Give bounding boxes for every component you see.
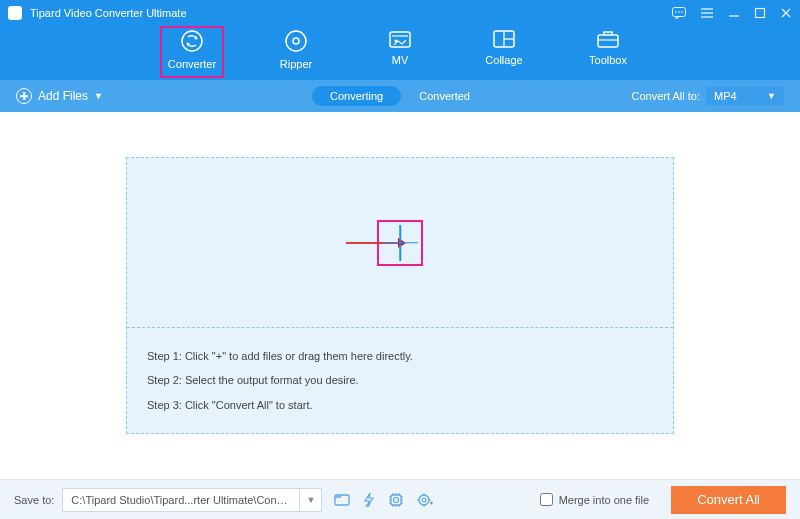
- nav-label: Ripper: [280, 58, 312, 70]
- ripper-icon: [283, 28, 309, 54]
- save-path-box: C:\Tipard Studio\Tipard...rter Ultimate\…: [62, 488, 322, 512]
- feedback-icon[interactable]: [672, 7, 686, 19]
- merge-checkbox-input[interactable]: [540, 493, 553, 506]
- chevron-down-icon: ▼: [94, 91, 103, 101]
- footer-tools: off ▾: [334, 492, 434, 508]
- merge-checkbox[interactable]: Merge into one file: [540, 493, 650, 506]
- tab-converting[interactable]: Converting: [312, 86, 401, 106]
- svg-point-41: [419, 495, 429, 505]
- output-format-select[interactable]: MP4 ▼: [706, 87, 784, 105]
- add-files-plus-button[interactable]: [382, 225, 418, 261]
- nav-label: Converter: [168, 58, 216, 70]
- svg-point-42: [422, 498, 426, 502]
- drop-target-area[interactable]: [127, 158, 673, 328]
- window-controls: [672, 7, 792, 19]
- add-files-button[interactable]: Add Files ▼: [16, 88, 103, 104]
- collage-icon: [491, 28, 517, 50]
- step-text: Step 3: Click "Convert All" to start.: [147, 393, 653, 417]
- maximize-icon[interactable]: [754, 7, 766, 19]
- nav-label: Toolbox: [589, 54, 627, 66]
- mv-icon: [387, 28, 413, 50]
- sub-toolbar: Add Files ▼ Converting Converted Convert…: [0, 80, 800, 112]
- instruction-steps: Step 1: Click "+" to add files or drag t…: [127, 328, 673, 433]
- svg-point-11: [182, 31, 202, 51]
- toolbox-icon: [595, 28, 621, 50]
- nav-mv[interactable]: MV: [371, 28, 429, 80]
- chevron-down-icon: ▼: [767, 91, 776, 101]
- nav-collage[interactable]: Collage: [475, 28, 533, 80]
- svg-rect-27: [391, 495, 401, 505]
- svg-rect-21: [598, 35, 618, 47]
- svg-point-14: [286, 31, 306, 51]
- svg-rect-16: [390, 32, 410, 47]
- svg-point-2: [678, 11, 680, 13]
- main-nav: Converter Ripper MV Collage Toolbox: [0, 26, 800, 80]
- nav-ripper[interactable]: Ripper: [267, 28, 325, 80]
- path-dropdown-button[interactable]: ▼: [299, 489, 321, 511]
- hardware-accel-icon[interactable]: off: [362, 492, 376, 508]
- svg-point-15: [293, 38, 299, 44]
- save-to-label: Save to:: [14, 494, 54, 506]
- svg-point-1: [675, 11, 677, 13]
- app-title: Tipard Video Converter Ultimate: [30, 7, 672, 19]
- convert-all-to-label: Convert All to:: [632, 90, 700, 102]
- tab-converted[interactable]: Converted: [401, 86, 488, 106]
- svg-point-3: [681, 11, 683, 13]
- app-logo-icon: [8, 6, 22, 20]
- step-text: Step 2: Select the output format you des…: [147, 368, 653, 392]
- nav-toolbox[interactable]: Toolbox: [579, 28, 637, 80]
- save-path-value: C:\Tipard Studio\Tipard...rter Ultimate\…: [63, 494, 299, 506]
- svg-text:▾: ▾: [430, 500, 433, 506]
- step-text: Step 1: Click "+" to add files or drag t…: [147, 344, 653, 368]
- workspace: Step 1: Click "+" to add files or drag t…: [0, 112, 800, 479]
- plus-circle-icon: [16, 88, 32, 104]
- minimize-icon[interactable]: [728, 7, 740, 19]
- svg-text:off: off: [365, 502, 371, 508]
- nav-converter[interactable]: Converter: [163, 28, 221, 80]
- open-folder-icon[interactable]: [334, 492, 350, 508]
- svg-point-28: [394, 497, 399, 502]
- drop-zone[interactable]: Step 1: Click "+" to add files or drag t…: [126, 157, 674, 434]
- titlebar: Tipard Video Converter Ultimate: [0, 0, 800, 26]
- nav-label: Collage: [485, 54, 522, 66]
- chevron-down-icon: ▼: [306, 495, 315, 505]
- footer-bar: Save to: C:\Tipard Studio\Tipard...rter …: [0, 479, 800, 519]
- status-tabs: Converting Converted: [312, 86, 488, 106]
- settings-icon[interactable]: ▾: [416, 492, 434, 508]
- menu-icon[interactable]: [700, 7, 714, 19]
- convert-all-button[interactable]: Convert All: [671, 486, 786, 514]
- converter-icon: [179, 28, 205, 54]
- gpu-icon[interactable]: [388, 492, 404, 508]
- format-value: MP4: [714, 90, 737, 102]
- add-files-label: Add Files: [38, 89, 88, 103]
- merge-label: Merge into one file: [559, 494, 650, 506]
- close-icon[interactable]: [780, 7, 792, 19]
- svg-rect-8: [756, 9, 765, 18]
- convert-all-to: Convert All to: MP4 ▼: [632, 87, 784, 105]
- nav-label: MV: [392, 54, 409, 66]
